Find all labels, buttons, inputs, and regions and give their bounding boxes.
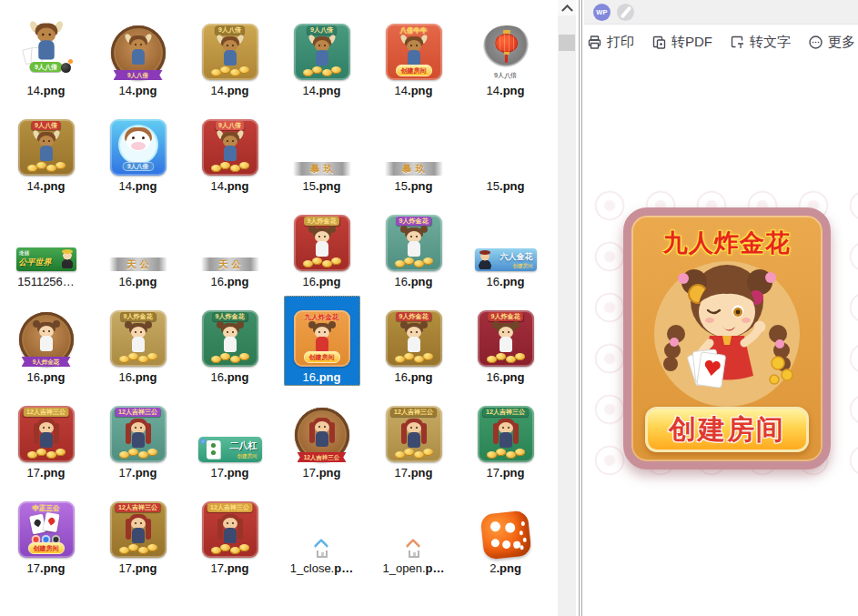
print-button[interactable]: 打印 [587,34,634,51]
file-name[interactable]: 17.png [119,466,157,480]
file-icon: 9人炸金花 [110,310,167,367]
file-item[interactable]: 12人吉祥三公17.png [284,391,360,481]
file-name[interactable]: 16.png [303,370,341,384]
file-item[interactable]: 9人炸金花16.png [468,296,544,386]
file-icon: 天公 [109,258,167,271]
convert-pdf-button[interactable]: 转PDF [651,34,712,51]
file-name[interactable]: 17.png [27,561,66,575]
file-item[interactable]: 暴玖15.png [284,105,360,195]
file-item[interactable]: 1_open.p… [376,487,452,577]
file-icon: 9人炸金花 [386,215,442,271]
file-name[interactable]: 17.png [119,561,157,575]
file-name[interactable]: 16.png [119,370,157,384]
app-badge-row: WP [584,0,858,25]
file-name[interactable]: 16.png [27,370,66,384]
file-item[interactable]: 9人八倍14.png [100,105,177,195]
game-card-icon: 9人炸金花 [294,215,350,271]
file-name[interactable]: 17.png [395,466,433,480]
file-name[interactable]: 16.png [395,275,433,288]
file-item[interactable]: 天公16.png [100,200,177,290]
file-item[interactable]: 9人炸金花16.png [284,200,360,290]
file-name[interactable]: 2.png [490,561,521,575]
file-item[interactable]: 9人八倍14.png [100,9,177,99]
file-item[interactable]: 9人炸金花16.png [8,296,85,386]
file-item[interactable]: 暴玖15.png [376,105,452,195]
blank-image-icon [477,159,535,176]
file-name[interactable]: 17.png [211,561,249,575]
file-item[interactable]: 9人八倍14.png [192,9,268,99]
file-name[interactable]: 14.png [211,179,249,193]
file-item[interactable]: 9人炸金花16.png [376,296,452,386]
cow-card-icon: 9人八倍 [110,119,167,176]
file-item[interactable]: 12人吉祥三公17.png [8,391,85,481]
file-item[interactable]: 9人炸金花16.png [376,200,452,290]
game-card-icon: 12人吉祥三公 [110,501,167,558]
file-name[interactable]: 17.png [211,466,249,480]
file-name[interactable]: 16.png [395,370,433,384]
file-item-selected[interactable]: 九人炸金花创建房间16.png [284,296,360,386]
file-name[interactable]: 14.png [303,84,341,97]
file-item[interactable]: 9人八倍14.png [8,9,85,99]
file-name[interactable]: 15.png [395,179,433,193]
file-name[interactable]: 14.png [27,84,66,97]
file-name[interactable]: 16.png [487,275,525,288]
file-name[interactable]: 14.png [487,84,525,97]
file-item[interactable]: 9人八倍14.png [8,105,85,195]
card-banner: 9人炸金花 [120,312,156,321]
file-item[interactable]: 六人金花创建房间16.png [468,200,544,290]
scrollbar-up-arrow-icon[interactable] [558,0,576,15]
file-name[interactable]: 1511256… [17,275,75,288]
file-name[interactable]: 1_open.p… [383,561,445,575]
wps-app-badge[interactable]: WP [593,4,611,21]
card-banner: 9人八倍 [215,121,245,130]
file-item[interactable]: 12人吉祥三公17.png [192,487,268,577]
file-item[interactable]: 15.png [468,105,544,195]
pane-splitter[interactable] [576,0,584,616]
file-item[interactable]: 9人八倍14.png [468,9,544,99]
file-item[interactable]: 天公16.png [192,200,268,290]
file-item[interactable]: 12人吉祥三公17.png [100,391,177,481]
file-name[interactable]: 14.png [211,84,249,97]
bull-character-icon [307,36,338,69]
file-item[interactable]: 9人八倍14.png [192,105,268,195]
file-name[interactable]: 16.png [211,275,249,288]
file-name[interactable]: 16.png [487,370,525,384]
file-item[interactable]: 9人八倍14.png [284,9,360,99]
file-item[interactable]: 1_close.p… [284,487,360,577]
file-name[interactable]: 14.png [119,179,157,193]
file-name[interactable]: 16.png [303,275,341,288]
file-name[interactable]: 14.png [119,84,157,97]
file-name[interactable]: 1_close.p… [290,561,353,575]
file-name[interactable]: 14.png [27,179,66,193]
file-icon: 9人八倍 [202,24,258,80]
file-name[interactable]: 15.png [303,179,341,193]
disabled-app-badge[interactable] [617,4,634,21]
file-name[interactable]: 17.png [303,466,341,480]
file-item[interactable]: 中正三公创建房间17.png [8,487,85,577]
file-item[interactable]: 二八杠创建房间17.png [192,391,268,481]
file-item[interactable]: 逢赌公平世界1511256… [8,200,85,290]
bull-character-icon [26,24,66,65]
gold-coins-icon [301,66,343,76]
file-name[interactable]: 17.png [487,466,525,480]
more-button[interactable]: 更多 [808,34,855,51]
file-icon: 天公 [201,258,259,271]
file-item[interactable]: 9人炸金花16.png [100,296,177,386]
file-name[interactable]: 16.png [119,275,157,288]
file-item[interactable]: 2.png [468,487,544,577]
file-name[interactable]: 14.png [395,84,433,97]
file-item[interactable]: 12人吉祥三公17.png [376,391,452,481]
vertical-scrollbar[interactable] [558,0,576,616]
file-name[interactable]: 17.png [27,466,66,480]
file-item[interactable]: 八倍牛牛创建房间14.png [376,9,452,99]
file-item[interactable]: 12人吉祥三公17.png [100,487,177,577]
file-name[interactable]: 16.png [211,370,249,384]
file-item[interactable]: 9人炸金花16.png [192,296,268,386]
convert-text-button[interactable]: 转文字 [730,34,791,51]
scrollbar-thumb[interactable] [559,35,575,51]
game-card-icon: 12人吉祥三公 [18,406,75,462]
girl-character-icon [123,323,154,356]
wide-banner-icon: 逢赌公平世界 [16,247,76,271]
file-item[interactable]: 12人吉祥三公17.png [468,391,544,481]
file-name[interactable]: 15.png [487,179,525,193]
